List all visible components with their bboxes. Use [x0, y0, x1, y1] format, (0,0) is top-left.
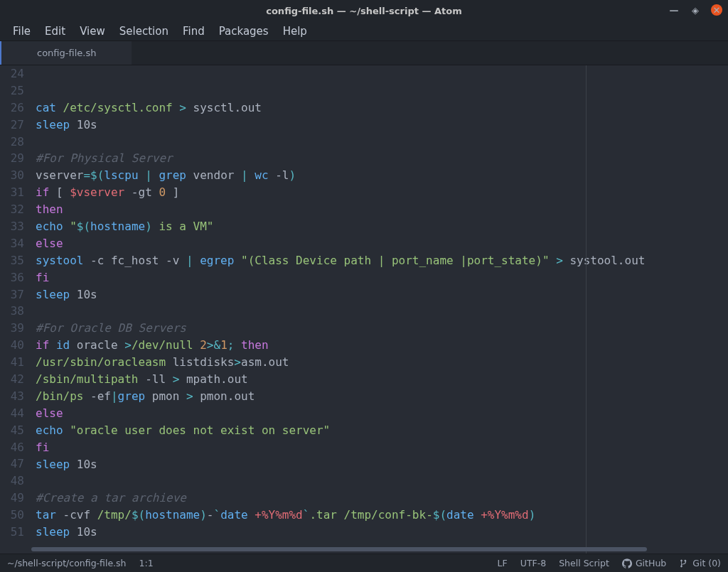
- code-area[interactable]: cat /etc/sysctl.conf > sysctl.outsleep 1…: [28, 65, 728, 554]
- line-number: 50: [0, 507, 24, 524]
- line-number: 33: [0, 218, 24, 235]
- menu-file[interactable]: File: [6, 23, 38, 40]
- code-line[interactable]: /bin/ps -ef|grep pmon > pmon.out: [36, 388, 728, 405]
- line-number: 41: [0, 354, 24, 371]
- line-number: 44: [0, 405, 24, 422]
- line-number: 38: [0, 303, 24, 320]
- tab-bar: config-file.sh: [0, 41, 728, 65]
- line-number: 43: [0, 388, 24, 405]
- menu-find[interactable]: Find: [176, 23, 212, 40]
- code-line[interactable]: [36, 134, 728, 151]
- line-number: 32: [0, 201, 24, 218]
- line-number: 35: [0, 252, 24, 269]
- code-line[interactable]: #Create a tar archieve: [36, 490, 728, 507]
- code-line[interactable]: if id oracle >/dev/null 2>&1; then: [36, 337, 728, 354]
- line-number: 31: [0, 184, 24, 201]
- window-controls: — ◈ ✕: [668, 4, 722, 16]
- code-line[interactable]: /sbin/multipath -ll > mpath.out: [36, 371, 728, 388]
- code-line[interactable]: [36, 473, 728, 490]
- github-icon: [622, 558, 632, 568]
- line-number: 34: [0, 235, 24, 252]
- line-number: 29: [0, 150, 24, 167]
- code-line[interactable]: sleep 10s: [36, 524, 728, 541]
- line-numbers: 2425262728293031323334353637383940414243…: [0, 65, 28, 554]
- code-line[interactable]: then: [36, 201, 728, 218]
- line-number: 45: [0, 422, 24, 439]
- line-number: 48: [0, 473, 24, 490]
- menu-view[interactable]: View: [73, 23, 112, 40]
- line-number: 49: [0, 490, 24, 507]
- code-line[interactable]: fi: [36, 439, 728, 456]
- status-grammar[interactable]: Shell Script: [559, 558, 609, 568]
- minimize-icon[interactable]: —: [668, 4, 680, 16]
- scrollbar-thumb[interactable]: [31, 547, 647, 551]
- code-line[interactable]: fi: [36, 269, 728, 286]
- code-line[interactable]: else: [36, 405, 728, 422]
- code-line[interactable]: #For Oracle DB Servers: [36, 320, 728, 337]
- code-line[interactable]: tar -cvf /tmp/$(hostname)-`date +%Y%m%d`…: [36, 507, 728, 524]
- status-bar: ~/shell-script/config-file.sh 1:1 LF UTF…: [0, 554, 728, 572]
- maximize-icon[interactable]: ◈: [690, 4, 701, 16]
- line-number: 25: [0, 82, 24, 99]
- line-number: 47: [0, 455, 24, 473]
- code-line[interactable]: [36, 303, 728, 320]
- menu-help[interactable]: Help: [276, 23, 314, 40]
- wrap-guide: [586, 65, 587, 554]
- status-file-path[interactable]: ~/shell-script/config-file.sh: [7, 558, 127, 568]
- code-line[interactable]: sleep 10s: [36, 456, 728, 473]
- line-number: 36: [0, 269, 24, 286]
- code-line[interactable]: sleep 10s: [36, 286, 728, 303]
- code-line[interactable]: systool -c fc_host -v | egrep "(Class De…: [36, 252, 728, 269]
- line-number: 40: [0, 337, 24, 354]
- code-line[interactable]: cat /etc/sysctl.conf > sysctl.out: [36, 99, 728, 117]
- line-number: 37: [0, 286, 24, 303]
- menu-selection[interactable]: Selection: [112, 23, 176, 40]
- tab-config-file[interactable]: config-file.sh: [0, 41, 132, 65]
- line-number: 39: [0, 320, 24, 337]
- status-github[interactable]: GitHub: [622, 558, 666, 568]
- line-number: 30: [0, 167, 24, 184]
- window-title-bar: config-file.sh — ~/shell-script — Atom —…: [0, 0, 728, 21]
- code-line[interactable]: else: [36, 235, 728, 252]
- code-line[interactable]: /usr/sbin/oracleasm listdisks>asm.out: [36, 354, 728, 371]
- code-line[interactable]: sleep 10s: [36, 117, 728, 134]
- line-number: 24: [0, 65, 24, 82]
- status-cursor-position[interactable]: 1:1: [139, 558, 154, 568]
- code-line[interactable]: echo "$(hostname) is a VM": [36, 218, 728, 235]
- horizontal-scrollbar[interactable]: [28, 546, 728, 552]
- line-number: 27: [0, 117, 24, 134]
- menu-packages[interactable]: Packages: [212, 23, 276, 40]
- line-number: 51: [0, 524, 24, 541]
- close-icon[interactable]: ✕: [711, 4, 722, 16]
- code-line[interactable]: echo "oracle user does not exist on serv…: [36, 422, 728, 439]
- window-title: config-file.sh — ~/shell-script — Atom: [266, 6, 462, 16]
- code-line[interactable]: if [ $vserver -gt 0 ]: [36, 184, 728, 201]
- tab-label: config-file.sh: [37, 48, 96, 58]
- line-number: 28: [0, 134, 24, 151]
- line-number: 46: [0, 439, 24, 456]
- line-number: 42: [0, 371, 24, 388]
- menu-edit[interactable]: Edit: [38, 23, 73, 40]
- status-encoding[interactable]: UTF-8: [520, 558, 546, 568]
- status-git[interactable]: Git (0): [679, 558, 721, 568]
- git-branch-icon: [679, 558, 689, 568]
- editor[interactable]: 2425262728293031323334353637383940414243…: [0, 65, 728, 554]
- line-number: 26: [0, 99, 24, 117]
- menu-bar: File Edit View Selection Find Packages H…: [0, 21, 728, 41]
- code-line[interactable]: vserver=$(lscpu | grep vendor | wc -l): [36, 167, 728, 184]
- code-line[interactable]: #For Physical Server: [36, 150, 728, 167]
- status-line-ending[interactable]: LF: [498, 558, 508, 568]
